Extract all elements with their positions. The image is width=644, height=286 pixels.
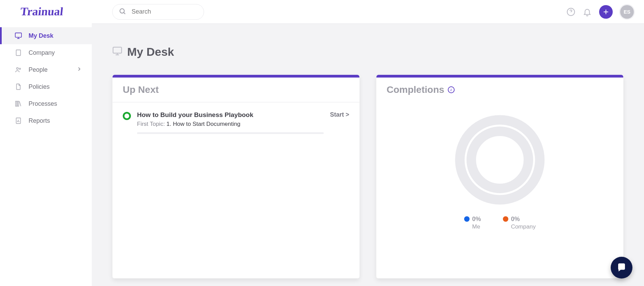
sidebar-item-label: Company [29, 49, 55, 56]
books-icon [14, 100, 22, 108]
svg-rect-25 [113, 47, 122, 53]
report-icon [14, 117, 22, 125]
card-header: Up Next [113, 75, 359, 102]
info-icon[interactable]: i [448, 86, 455, 93]
status-ring-icon [123, 112, 131, 120]
sidebar-item-reports[interactable]: Reports [0, 112, 92, 129]
task-subtitle-topic: 1. How to Start Documenting [167, 121, 240, 127]
legend-me-value: 0% [472, 216, 481, 223]
donut-chart-icon [452, 112, 547, 207]
card-title: Completions [387, 84, 444, 95]
sidebar-item-policies[interactable]: Policies [0, 78, 92, 95]
logo-wrap: Trainual [0, 0, 92, 23]
task-subtitle: First Topic: 1. How to Start Documenting [137, 121, 324, 128]
chat-button[interactable] [611, 257, 632, 279]
nav: My Desk Company People Policies [0, 23, 92, 129]
sidebar-item-label: People [29, 66, 48, 73]
brand-logo[interactable]: Trainual [20, 5, 64, 18]
svg-point-19 [120, 9, 124, 13]
search-icon [119, 7, 126, 16]
sidebar-item-label: Processes [29, 100, 57, 107]
page-title-row: My Desk [112, 37, 624, 66]
svg-rect-12 [16, 101, 17, 106]
avatar[interactable]: ES [620, 5, 634, 19]
sidebar-item-processes[interactable]: Processes [0, 95, 92, 112]
help-icon[interactable] [566, 7, 575, 16]
monitor-icon [14, 32, 22, 40]
svg-rect-0 [15, 33, 21, 37]
start-link[interactable]: Start > [330, 111, 349, 118]
legend-company-label: Company [511, 223, 536, 230]
svg-point-29 [471, 131, 528, 188]
legend-company-value: 0% [511, 216, 520, 223]
donut-wrap: 0% Me 0% Company [376, 102, 623, 230]
legend-me: 0% Me [464, 216, 481, 230]
monitor-icon [112, 46, 122, 57]
svg-rect-13 [17, 101, 19, 106]
up-next-card: Up Next How to Build your Business Playb… [112, 74, 360, 279]
search-input[interactable] [131, 8, 211, 16]
legend-dot-me-icon [464, 216, 470, 222]
sidebar: Trainual My Desk Company People [0, 0, 92, 286]
sidebar-item-label: My Desk [29, 32, 53, 39]
search-box[interactable] [112, 4, 204, 20]
topbar-right: ES [566, 5, 634, 19]
add-button[interactable] [599, 5, 613, 19]
building-icon [14, 49, 22, 57]
sidebar-item-label: Reports [29, 117, 50, 124]
sidebar-item-people[interactable]: People [0, 61, 92, 78]
task-row[interactable]: How to Build your Business Playbook Firs… [113, 102, 359, 140]
task-subtitle-prefix: First Topic: [137, 121, 167, 127]
topbar: ES [92, 0, 644, 24]
svg-line-14 [19, 101, 21, 106]
card-header: Completions i [376, 75, 623, 102]
svg-line-20 [124, 13, 125, 14]
sidebar-item-my-desk[interactable]: My Desk [0, 27, 92, 44]
chat-icon [616, 263, 627, 273]
sidebar-item-company[interactable]: Company [0, 44, 92, 61]
task-progress-bar [137, 132, 324, 134]
legend: 0% Me 0% Company [464, 216, 536, 230]
bell-icon[interactable] [583, 7, 592, 16]
card-title: Up Next [123, 84, 159, 95]
svg-point-11 [19, 68, 21, 69]
chevron-right-icon [76, 66, 82, 74]
svg-rect-3 [16, 50, 21, 56]
svg-point-10 [17, 68, 19, 70]
legend-dot-company-icon [503, 216, 508, 222]
completions-card: Completions i 0% Me [376, 74, 624, 279]
page-title: My Desk [127, 45, 174, 58]
legend-me-label: Me [472, 223, 480, 230]
document-icon [14, 83, 22, 91]
main: My Desk Up Next How to Build your Busine… [92, 24, 644, 286]
task-main: How to Build your Business Playbook Firs… [137, 111, 324, 134]
cards-row: Up Next How to Build your Business Playb… [112, 74, 624, 279]
people-icon [14, 66, 22, 74]
legend-company: 0% Company [503, 216, 536, 230]
sidebar-item-label: Policies [29, 83, 50, 90]
task-title: How to Build your Business Playbook [137, 111, 324, 119]
